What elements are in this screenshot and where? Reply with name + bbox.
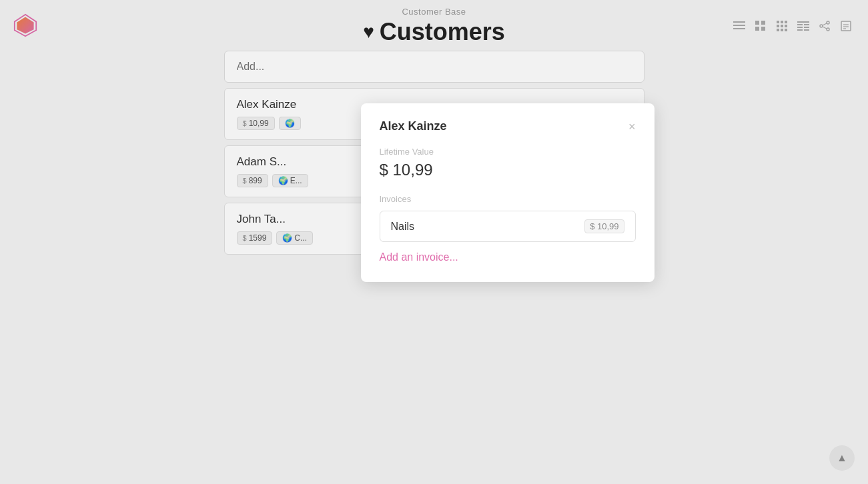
modal-close-button[interactable]: × bbox=[628, 121, 636, 133]
lifetime-value-label: Lifetime Value bbox=[380, 147, 636, 157]
add-invoice-link[interactable]: Add an invoice... bbox=[380, 251, 636, 263]
customer-detail-modal: Alex Kainze × Lifetime Value $ 10,99 Inv… bbox=[361, 103, 655, 282]
invoice-name: Nails bbox=[391, 221, 415, 233]
modal-header: Alex Kainze × bbox=[380, 119, 636, 133]
lifetime-value: $ 10,99 bbox=[380, 161, 636, 179]
modal-title: Alex Kainze bbox=[380, 119, 447, 133]
invoice-amount: $ 10,99 bbox=[584, 219, 624, 233]
modal-overlay[interactable]: Alex Kainze × Lifetime Value $ 10,99 Inv… bbox=[0, 0, 868, 484]
invoice-item[interactable]: Nails $ 10,99 bbox=[380, 211, 636, 242]
invoices-label: Invoices bbox=[380, 194, 636, 204]
